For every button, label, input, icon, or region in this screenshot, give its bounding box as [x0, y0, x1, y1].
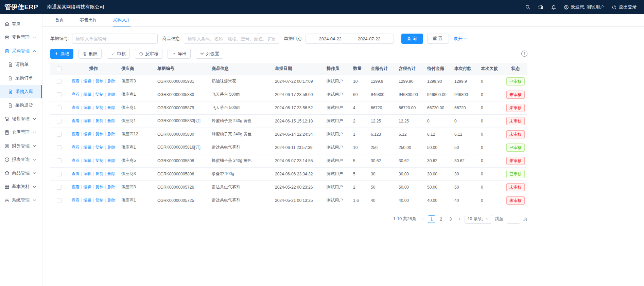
- bank-icon[interactable]: [538, 4, 543, 10]
- row-checkbox[interactable]: [57, 185, 62, 190]
- cell-bill-no: CGRK00000005725: [155, 194, 209, 207]
- sidebar-item-basic[interactable]: 基本资料: [0, 180, 42, 193]
- sidebar-item-purchase-inbound[interactable]: 采购入库: [0, 85, 42, 98]
- row-action-view[interactable]: 查看: [71, 198, 80, 203]
- row-action-delete[interactable]: 删除: [107, 132, 116, 136]
- unaudit-button[interactable]: 反审核: [135, 49, 162, 59]
- row-action-edit[interactable]: 编辑: [83, 158, 91, 163]
- next-page-button[interactable]: [457, 217, 462, 221]
- help-icon[interactable]: ?: [521, 51, 527, 57]
- row-action-copy[interactable]: 复制: [95, 105, 104, 110]
- row-action-delete[interactable]: 删除: [107, 105, 116, 110]
- sidebar-item-purchase-request[interactable]: 请购单: [0, 58, 42, 71]
- sidebar-item-sales[interactable]: 销售管理: [0, 112, 42, 126]
- row-action-edit[interactable]: 编辑: [83, 132, 91, 136]
- row-action-view[interactable]: 查看: [71, 79, 80, 83]
- row-action-copy[interactable]: 复制: [95, 185, 104, 189]
- row-action-edit[interactable]: 编辑: [83, 145, 91, 150]
- row-action-view[interactable]: 查看: [71, 118, 80, 123]
- sidebar-item-warehouse[interactable]: 仓库管理: [0, 126, 42, 139]
- row-action-copy[interactable]: 复制: [95, 79, 104, 83]
- row-action-delete[interactable]: 删除: [107, 118, 116, 123]
- cell-bill-no: CGRK00000005880: [155, 88, 209, 101]
- row-checkbox[interactable]: [57, 198, 62, 203]
- row-action-edit[interactable]: 编辑: [83, 79, 91, 83]
- prev-page-button[interactable]: [421, 217, 425, 221]
- bell-icon[interactable]: [551, 4, 556, 10]
- tab-home[interactable]: 首页: [55, 14, 64, 26]
- row-action-view[interactable]: 查看: [71, 185, 80, 189]
- expand-link[interactable]: 展开: [454, 36, 467, 42]
- reset-button[interactable]: 重置: [427, 34, 449, 44]
- jump-page-input[interactable]: [507, 215, 520, 224]
- row-action-edit[interactable]: 编辑: [83, 171, 91, 176]
- row-checkbox[interactable]: [57, 132, 62, 137]
- row-action-delete[interactable]: 删除: [107, 79, 116, 83]
- product-info-input[interactable]: [184, 34, 279, 44]
- row-checkbox[interactable]: [57, 172, 62, 176]
- action-separator: |: [93, 145, 94, 150]
- page-size-select[interactable]: 10 条/页: [465, 215, 492, 224]
- row-action-copy[interactable]: 复制: [95, 198, 104, 203]
- row-action-view[interactable]: 查看: [71, 132, 80, 136]
- row-action-copy[interactable]: 复制: [95, 171, 104, 176]
- tab-purchase-inbound[interactable]: 采购入库: [113, 14, 130, 26]
- sidebar-item-purchase-return[interactable]: 采购退货: [0, 98, 42, 112]
- sidebar-item-report[interactable]: 报表查询: [0, 153, 42, 166]
- add-button[interactable]: 新增: [50, 49, 73, 59]
- row-action-delete[interactable]: 删除: [107, 198, 116, 203]
- sidebar-item-system[interactable]: 系统管理: [0, 193, 42, 207]
- cell-status: 未审核: [504, 194, 527, 207]
- row-action-delete[interactable]: 删除: [107, 145, 116, 150]
- row-action-edit[interactable]: 编辑: [83, 118, 91, 123]
- sidebar-item-home[interactable]: 首页: [0, 17, 42, 31]
- row-checkbox[interactable]: [57, 158, 62, 163]
- logout-button[interactable]: 退出登录: [612, 4, 637, 10]
- sidebar-item-retail[interactable]: 零售管理: [0, 31, 42, 44]
- row-action-copy[interactable]: 复制: [95, 92, 104, 97]
- sidebar-item-finance[interactable]: 财务管理: [0, 139, 42, 153]
- row-action-view[interactable]: 查看: [71, 105, 80, 110]
- row-action-edit[interactable]: 编辑: [83, 198, 91, 203]
- welcome-user[interactable]: 欢迎您, 测试用户: [564, 4, 604, 10]
- row-action-view[interactable]: 查看: [71, 158, 80, 163]
- page-3[interactable]: 3: [447, 215, 454, 223]
- row-action-copy[interactable]: 复制: [95, 158, 104, 163]
- row-action-edit[interactable]: 编辑: [83, 105, 91, 110]
- row-action-copy[interactable]: 复制: [95, 132, 104, 136]
- row-checkbox[interactable]: [57, 106, 62, 110]
- row-action-edit[interactable]: 编辑: [83, 92, 91, 97]
- row-checkbox[interactable]: [57, 119, 62, 123]
- columns-button[interactable]: 列设置: [196, 49, 223, 59]
- audit-button[interactable]: 审核: [107, 49, 130, 59]
- notebook-icon: [4, 130, 10, 135]
- page-2[interactable]: 2: [437, 215, 445, 223]
- search-icon[interactable]: [525, 4, 530, 10]
- row-action-view[interactable]: 查看: [71, 145, 80, 150]
- row-action-delete[interactable]: 删除: [107, 171, 116, 176]
- row-action-delete[interactable]: 删除: [107, 158, 116, 163]
- bill-no-input[interactable]: [72, 34, 158, 44]
- row-action-view[interactable]: 查看: [71, 92, 80, 97]
- row-checkbox[interactable]: [57, 79, 62, 84]
- sidebar-item-purchase-order[interactable]: 采购订单: [0, 71, 42, 85]
- cell-due: 50.00: [425, 141, 452, 154]
- row-checkbox[interactable]: [57, 92, 62, 97]
- search-button[interactable]: 查询: [401, 34, 423, 44]
- select-all-checkbox[interactable]: [57, 66, 62, 71]
- row-action-delete[interactable]: 删除: [107, 92, 116, 97]
- row-action-copy[interactable]: 复制: [95, 118, 104, 123]
- sidebar-item-goods[interactable]: 商品管理: [0, 166, 42, 180]
- row-checkbox[interactable]: [57, 145, 62, 150]
- row-action-view[interactable]: 查看: [71, 171, 80, 176]
- row-action-copy[interactable]: 复制: [95, 145, 104, 150]
- date-range-picker[interactable]: 2024-04-22 ~ 2024-07-22: [306, 34, 394, 44]
- cart-icon: [4, 116, 10, 121]
- delete-button[interactable]: 删除: [79, 49, 102, 59]
- page-1[interactable]: 1: [428, 215, 435, 223]
- tab-retail-outbound[interactable]: 零售出库: [80, 14, 97, 26]
- export-button[interactable]: 导出: [168, 49, 191, 59]
- sidebar-item-purchase[interactable]: 采购管理: [0, 44, 42, 58]
- row-action-edit[interactable]: 编辑: [83, 185, 91, 189]
- row-action-delete[interactable]: 删除: [107, 185, 116, 189]
